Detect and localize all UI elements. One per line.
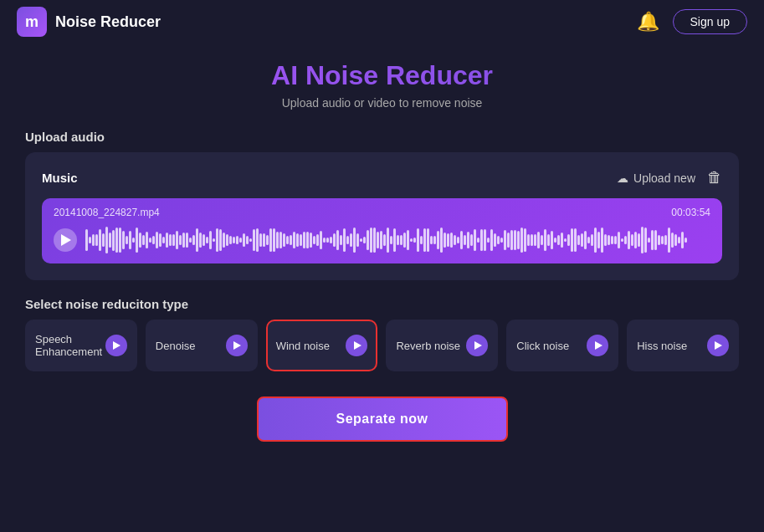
waveform-bar	[383, 234, 386, 245]
separate-btn-container: Separate now	[25, 396, 739, 442]
waveform-bar	[159, 233, 162, 246]
waveform-bar	[664, 235, 667, 244]
noise-card-wind-noise[interactable]: Wind noise	[266, 320, 378, 371]
upload-header: Music ☁ Upload new 🗑	[42, 169, 722, 187]
waveform-bar	[350, 233, 352, 247]
waveform-bar	[326, 238, 329, 243]
waveform-bar	[176, 231, 178, 249]
noise-types: Speech EnhancementDenoiseWind noiseRever…	[25, 320, 739, 371]
waveform-bar	[437, 231, 439, 250]
noise-play-button-wind-noise[interactable]	[346, 335, 367, 356]
waveform-bar	[527, 234, 530, 245]
waveform-bar	[259, 233, 262, 246]
waveform-bar	[681, 232, 684, 248]
waveform-bar	[102, 233, 105, 247]
waveform-bar	[370, 228, 372, 253]
app-logo: m	[17, 7, 47, 37]
waveform-bar	[584, 231, 587, 249]
waveform-bar	[534, 234, 536, 247]
waveform-bar	[330, 237, 332, 243]
waveform-bar	[618, 232, 620, 248]
delete-button[interactable]: 🗑	[707, 169, 722, 187]
waveform-bar	[253, 229, 255, 251]
waveform-bar	[614, 236, 617, 245]
waveform-bar	[156, 232, 158, 248]
upload-section-label: Upload audio	[25, 130, 739, 144]
waveform-bar	[129, 231, 131, 249]
waveform-bar	[507, 233, 510, 247]
waveform-bar	[256, 228, 259, 253]
noise-card-hiss-noise[interactable]: Hiss noise	[627, 320, 739, 371]
waveform-bar	[430, 236, 433, 245]
waveform-bar	[397, 235, 399, 244]
noise-play-icon-hiss-noise	[715, 341, 722, 350]
waveform-bar	[249, 238, 252, 242]
waveform-bar	[273, 228, 275, 253]
waveform-bar	[283, 233, 285, 247]
waveform-bar	[604, 234, 607, 245]
waveform-bar	[236, 236, 238, 244]
waveform-bar	[644, 228, 647, 253]
noise-play-button-speech-enhancement[interactable]	[105, 335, 127, 356]
noise-card-click-noise[interactable]: Click noise	[506, 320, 618, 371]
waveform-bar	[300, 234, 302, 246]
signup-button[interactable]: Sign up	[673, 9, 747, 34]
waveform-bar	[92, 234, 95, 247]
waveform-bar	[420, 236, 423, 243]
waveform-bar	[306, 232, 309, 248]
noise-play-icon-reverb-noise	[474, 341, 482, 350]
waveform-bar	[450, 233, 453, 248]
noise-card-denoise[interactable]: Denoise	[146, 320, 258, 371]
header-right: 🔔 Sign up	[637, 9, 747, 34]
waveform-bar	[551, 231, 553, 250]
waveform	[85, 225, 710, 255]
waveform-bar	[199, 233, 202, 247]
noise-play-button-click-noise[interactable]	[587, 335, 608, 356]
waveform-bar	[487, 238, 490, 243]
noise-card-reverb-noise[interactable]: Reverb noise	[386, 320, 498, 371]
noise-play-button-hiss-noise[interactable]	[707, 335, 729, 356]
waveform-bar	[209, 231, 212, 248]
waveform-bar	[152, 236, 155, 245]
notification-button[interactable]: 🔔	[637, 11, 659, 33]
waveform-bar	[564, 238, 567, 243]
waveform-bar	[169, 234, 172, 245]
waveform-bar	[674, 234, 677, 247]
waveform-bar	[454, 235, 456, 246]
waveform-bar	[186, 233, 188, 248]
waveform-bar	[346, 236, 349, 244]
waveform-bar	[413, 238, 416, 243]
noise-play-button-denoise[interactable]	[226, 335, 248, 356]
waveform-bar	[126, 236, 128, 244]
waveform-bar	[377, 232, 379, 248]
upload-new-button[interactable]: ☁ Upload new	[617, 171, 695, 185]
waveform-bar	[581, 233, 583, 247]
waveform-bar	[480, 229, 483, 250]
noise-card-speech-enhancement[interactable]: Speech Enhancement	[25, 320, 137, 371]
noise-section-label: Select noise reduciton type	[25, 297, 739, 311]
noise-play-button-reverb-noise[interactable]	[466, 335, 488, 356]
waveform-bar	[654, 230, 657, 250]
waveform-bar	[149, 238, 151, 243]
noise-card-label-speech-enhancement: Speech Enhancement	[35, 333, 105, 358]
play-button[interactable]	[54, 228, 77, 252]
hero-section: AI Noise Reducer Upload audio or video t…	[25, 60, 739, 110]
waveform-bar	[685, 238, 687, 242]
separate-now-button[interactable]: Separate now	[257, 396, 508, 442]
waveform-bar	[433, 236, 436, 243]
waveform-bar	[243, 233, 245, 248]
waveform-bar	[417, 228, 419, 251]
waveform-bar	[310, 233, 312, 248]
waveform-bar	[474, 229, 476, 250]
waveform-bar	[547, 234, 550, 247]
waveform-bar	[109, 233, 111, 248]
waveform-bar	[651, 230, 654, 250]
waveform-bar	[447, 233, 449, 246]
waveform-bar	[658, 235, 660, 245]
waveform-bar	[166, 233, 168, 248]
noise-play-icon-click-noise	[595, 341, 602, 350]
waveform-bar	[591, 234, 593, 245]
waveform-bar	[494, 233, 496, 247]
waveform-bar	[353, 228, 356, 252]
waveform-bar	[279, 232, 282, 248]
